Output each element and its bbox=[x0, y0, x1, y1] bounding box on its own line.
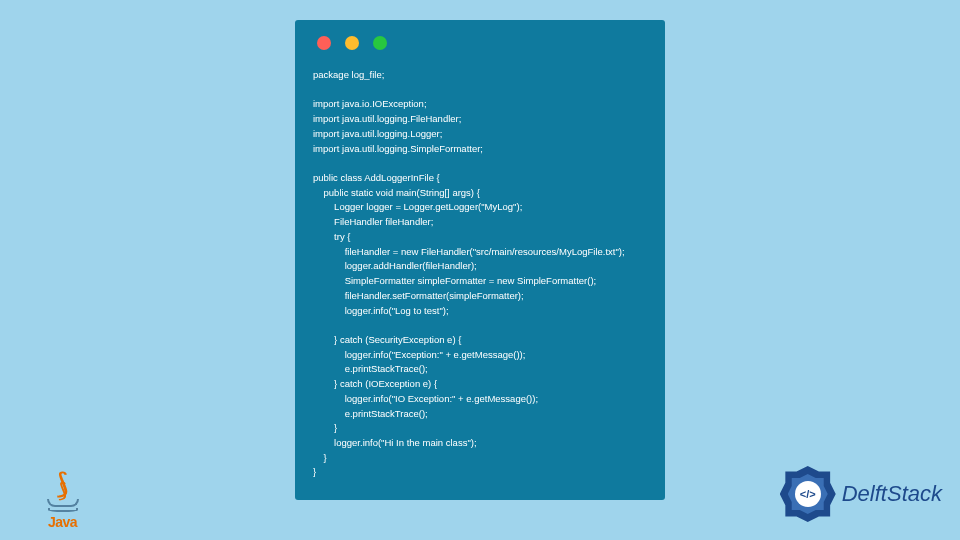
delftstack-logo: </> DelftStack bbox=[780, 466, 942, 522]
java-logo: ⟆ ⟆ Java bbox=[35, 455, 90, 530]
java-saucer-icon bbox=[48, 508, 78, 512]
delftstack-code-icon: </> bbox=[795, 481, 821, 507]
window-controls bbox=[317, 36, 647, 50]
close-icon bbox=[317, 36, 331, 50]
code-window: package log_file; import java.io.IOExcep… bbox=[295, 20, 665, 500]
minimize-icon bbox=[345, 36, 359, 50]
code-block: package log_file; import java.io.IOExcep… bbox=[313, 68, 647, 480]
java-steam-icon: ⟆ bbox=[58, 485, 68, 495]
java-cup-icon bbox=[47, 499, 79, 507]
maximize-icon bbox=[373, 36, 387, 50]
delftstack-label: DelftStack bbox=[842, 481, 942, 507]
java-label: Java bbox=[48, 514, 77, 530]
delftstack-badge-icon: </> bbox=[780, 466, 836, 522]
